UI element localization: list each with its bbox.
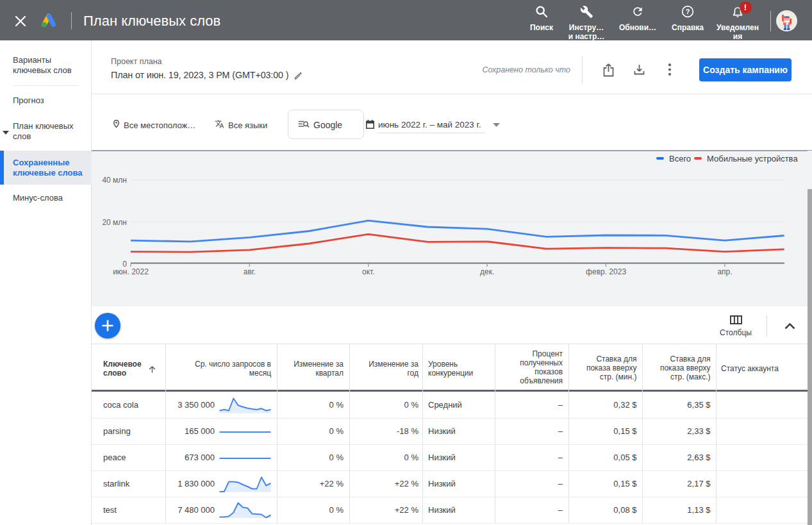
svg-text:?: ?	[686, 8, 690, 15]
